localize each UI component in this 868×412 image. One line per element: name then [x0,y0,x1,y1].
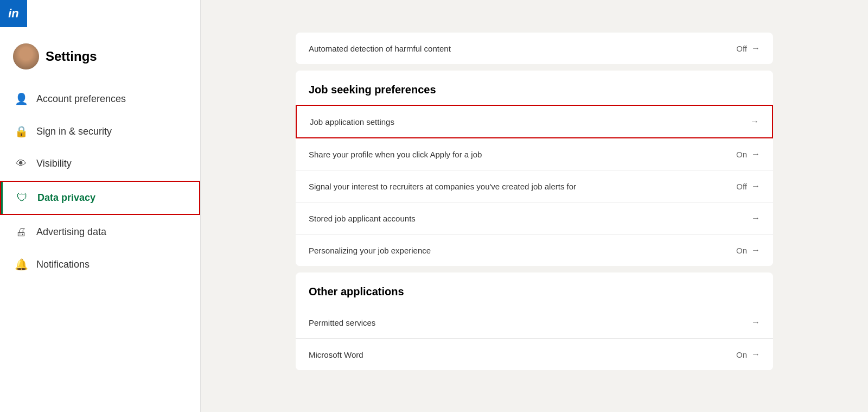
share-profile-label: Share your profile when you click Apply … [309,150,736,159]
avatar-image [13,43,39,69]
share-profile-row[interactable]: Share your profile when you click Apply … [296,138,773,170]
sidebar: Settings 👤 Account preferences 🔒 Sign in… [0,0,201,412]
automated-detection-label: Automated detection of harmful content [309,44,736,53]
microsoft-word-value: On [736,350,747,359]
data-privacy-icon: 🛡 [16,192,29,204]
signal-interest-label: Signal your interest to recruiters at co… [309,182,736,191]
personalizing-chevron: → [751,245,760,255]
content-inner: Automated detection of harmful content O… [285,33,784,398]
visibility-icon: 👁 [15,157,28,170]
top-partial-card: Automated detection of harmful content O… [296,33,773,64]
job-application-settings-label: Job application settings [310,117,746,126]
sidebar-label-account-preferences: Account preferences [36,93,126,105]
sidebar-label-visibility: Visibility [36,158,72,169]
microsoft-word-label: Microsoft Word [309,350,736,359]
linkedin-logo[interactable]: in [0,0,27,27]
permitted-services-chevron: → [751,318,760,327]
other-applications-section: Other applications Permitted services → … [296,272,773,370]
share-profile-chevron: → [751,149,760,159]
account-preferences-icon: 👤 [15,92,28,105]
logo-text: in [8,7,19,21]
job-seeking-section: Job seeking preferences Job application … [296,71,773,266]
sidebar-item-visibility[interactable]: 👁 Visibility [0,148,200,180]
automated-detection-value: Off [736,44,747,53]
sidebar-label-notifications: Notifications [36,259,90,270]
sidebar-label-data-privacy: Data privacy [37,192,95,204]
settings-title: Settings [46,49,97,64]
notifications-icon: 🔔 [15,258,28,271]
advertising-data-icon: 🖨 [15,226,28,238]
automated-detection-chevron: → [751,43,760,53]
sidebar-label-sign-in-security: Sign in & security [36,126,112,137]
share-profile-value: On [736,150,747,159]
sidebar-label-advertising-data: Advertising data [36,226,106,238]
main-content: Automated detection of harmful content O… [201,0,868,412]
automated-detection-row[interactable]: Automated detection of harmful content O… [296,33,773,64]
settings-header: Settings [0,33,200,83]
stored-accounts-chevron: → [751,213,760,223]
microsoft-word-chevron: → [751,350,760,359]
job-seeking-title: Job seeking preferences [296,71,773,105]
personalizing-row[interactable]: Personalizing your job experience On → [296,234,773,266]
signal-interest-chevron: → [751,181,760,191]
sidebar-item-account-preferences[interactable]: 👤 Account preferences [0,83,200,115]
sidebar-item-advertising-data[interactable]: 🖨 Advertising data [0,216,200,248]
signal-interest-row[interactable]: Signal your interest to recruiters at co… [296,170,773,202]
sign-in-security-icon: 🔒 [15,125,28,138]
stored-accounts-label: Stored job applicant accounts [309,214,747,223]
other-applications-title: Other applications [296,272,773,307]
permitted-services-label: Permitted services [309,318,747,327]
job-application-settings-chevron: → [750,117,759,126]
microsoft-word-row[interactable]: Microsoft Word On → [296,339,773,370]
signal-interest-value: Off [736,182,747,191]
sidebar-item-notifications[interactable]: 🔔 Notifications [0,248,200,281]
job-application-settings-row[interactable]: Job application settings → [297,106,772,137]
permitted-services-row[interactable]: Permitted services → [296,307,773,339]
sidebar-item-sign-in-security[interactable]: 🔒 Sign in & security [0,115,200,148]
avatar [13,43,39,69]
stored-accounts-row[interactable]: Stored job applicant accounts → [296,202,773,234]
personalizing-label: Personalizing your job experience [309,246,736,255]
job-application-highlight: Job application settings → [296,105,773,138]
sidebar-item-data-privacy[interactable]: 🛡 Data privacy [1,182,199,214]
personalizing-value: On [736,246,747,255]
